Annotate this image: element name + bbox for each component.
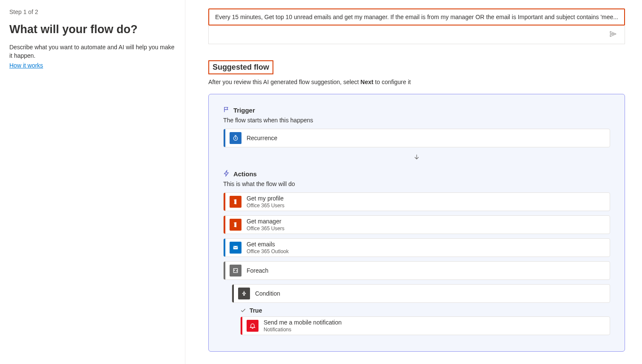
prompt-toolbar <box>208 25 625 44</box>
outlook-icon <box>230 242 241 254</box>
lightning-icon <box>223 170 230 178</box>
action-card-send-notification[interactable]: Send me a mobile notification Notificati… <box>240 316 610 335</box>
how-it-works-link[interactable]: How it works <box>9 62 43 69</box>
card-subtitle: Office 365 Users <box>247 203 284 209</box>
card-title: Get my profile <box>247 195 284 202</box>
trigger-section-header: Trigger <box>223 106 610 114</box>
card-title: Recurrence <box>247 135 277 142</box>
office-icon <box>230 196 241 208</box>
action-card-foreach[interactable]: Foreach <box>223 261 610 280</box>
right-panel: Every 15 minutes, Get top 10 unread emai… <box>185 0 642 364</box>
flag-icon <box>223 106 230 114</box>
branch-true-label: True <box>240 307 610 314</box>
action-card-get-manager[interactable]: Get manager Office 365 Users <box>223 215 610 234</box>
loop-icon <box>230 265 241 277</box>
clock-icon <box>230 132 241 144</box>
card-stripe <box>224 216 225 234</box>
action-card-get-emails[interactable]: Get emails Office 365 Outlook <box>223 238 610 257</box>
arrow-down-icon <box>223 153 610 162</box>
action-card-get-my-profile[interactable]: Get my profile Office 365 Users <box>223 192 610 211</box>
card-stripe <box>224 239 225 257</box>
suggested-flow-heading: Suggested flow <box>208 60 273 74</box>
page-title: What will your flow do? <box>9 23 176 36</box>
caption-next: Next <box>361 79 373 85</box>
condition-icon <box>238 288 250 299</box>
card-stripe <box>224 129 225 147</box>
trigger-subtext: The flow starts when this happens <box>223 117 610 124</box>
card-title: Get manager <box>247 218 284 225</box>
caption-pre: After you review this AI generated flow … <box>208 79 361 85</box>
prompt-input[interactable]: Every 15 minutes, Get top 10 unread emai… <box>208 8 625 25</box>
checkmark-icon <box>240 308 246 313</box>
card-stripe <box>224 193 225 211</box>
actions-section-header: Actions <box>223 170 610 178</box>
card-subtitle: Notifications <box>264 327 342 333</box>
send-icon[interactable] <box>609 30 617 39</box>
card-title: Send me a mobile notification <box>264 319 342 326</box>
card-title: Foreach <box>247 267 268 274</box>
branch-true-text: True <box>250 307 262 314</box>
left-panel: Step 1 of 2 What will your flow do? Desc… <box>0 0 185 364</box>
card-stripe <box>241 317 242 335</box>
card-subtitle: Office 365 Outlook <box>247 248 289 254</box>
step-indicator: Step 1 of 2 <box>9 8 176 15</box>
actions-subtext: This is what the flow will do <box>223 181 610 187</box>
office-icon <box>230 219 241 231</box>
trigger-label: Trigger <box>233 107 255 114</box>
card-subtitle: Office 365 Users <box>247 226 284 231</box>
card-stripe <box>224 262 225 279</box>
caption-post: to configure it <box>373 79 411 85</box>
actions-label: Actions <box>233 170 257 178</box>
card-stripe <box>232 285 234 302</box>
page-description: Describe what you want to automate and A… <box>9 43 176 60</box>
svg-rect-1 <box>233 246 238 249</box>
card-title: Condition <box>255 290 280 297</box>
suggested-flow-caption: After you review this AI generated flow … <box>208 79 625 85</box>
action-card-condition[interactable]: Condition <box>232 284 610 303</box>
card-title: Get emails <box>247 241 289 248</box>
flow-diagram: Trigger The flow starts when this happen… <box>208 94 625 352</box>
bell-icon <box>247 320 259 332</box>
prompt-container: Every 15 minutes, Get top 10 unread emai… <box>208 8 625 44</box>
trigger-card-recurrence[interactable]: Recurrence <box>223 129 610 147</box>
